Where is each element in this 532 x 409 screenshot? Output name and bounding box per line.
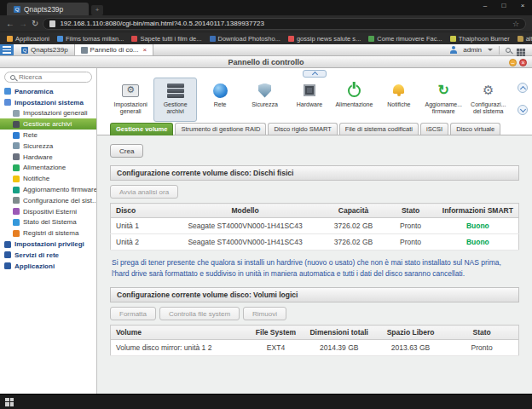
ribbon-item-gestione-archivi[interactable]: Gestione archivi [153, 78, 196, 122]
model-cell: Seagate ST4000VN000-1H41SC43 [168, 234, 323, 251]
security-shield-icon [258, 84, 271, 98]
filesystem-cell: EXT4 [249, 340, 302, 356]
user-menu-chevron-icon[interactable] [488, 49, 493, 51]
sidebar-item-impostazioni-generali[interactable]: Impostazioni generali [0, 108, 96, 119]
tab-file-codificati[interactable]: File di sistema codificati [339, 123, 419, 135]
sidebar-item-rete[interactable]: Rete [0, 130, 96, 141]
bookmark-favicon [210, 36, 216, 42]
backup-restore-icon [13, 197, 20, 204]
app-grid-icon[interactable] [517, 49, 519, 51]
ribbon-item-rete[interactable]: Rete [199, 78, 241, 122]
table-row[interactable]: Volume disco mirror: unità 1 2 EXT4 2014… [111, 340, 519, 356]
ribbon-item-configurazione-sistema[interactable]: ⚙ Configurazi... del sistema [467, 78, 510, 122]
scroll-down-button[interactable] [518, 105, 528, 115]
notification-bell-icon [393, 84, 404, 94]
sidebar-item-aggiornamento-firmware[interactable]: Aggiornamento firmware [0, 184, 96, 195]
ribbon-item-hardware[interactable]: Hardware [288, 78, 331, 122]
browser-tab[interactable]: Q Qnapts239p [7, 3, 89, 15]
sidebar-item-servizi-rete[interactable]: Servizi di rete [0, 250, 96, 261]
ribbon-item-aggiornamento-firmware[interactable]: ↻ Aggiorname... firmware [422, 78, 465, 122]
bookmark-star-icon[interactable]: ☆ [512, 20, 519, 28]
other-bookmarks-folder[interactable]: altri Preferiti [518, 35, 532, 43]
storage-manager-icon [167, 84, 184, 98]
forward-icon[interactable]: → [19, 20, 27, 28]
column-header: Disco [111, 204, 168, 218]
sidebar-search[interactable] [4, 72, 92, 83]
sidebar-item-impostazioni-privilegi[interactable]: Impostazioni privilegi [0, 239, 96, 250]
site-favicon: Q [14, 6, 20, 13]
bookmark-item[interactable]: Come rimuovere Fac... [368, 35, 442, 43]
tab-close-icon[interactable]: × [143, 46, 147, 54]
volume-cell: Volume disco mirror: unità 1 2 [111, 340, 250, 356]
header-actions: admin [449, 46, 532, 55]
scan-now-button[interactable]: Avvia analisi ora [110, 185, 178, 199]
collapse-ribbon-button[interactable] [303, 70, 327, 78]
column-header: Informazioni SMART [437, 204, 519, 218]
table-row[interactable]: Unità 2 Seagate ST4000VN000-1H41SC43 372… [111, 234, 519, 251]
section-tabs: Gestione volume Strumento di gestione RA… [97, 122, 532, 135]
ribbon-item-impostazioni-generali[interactable]: ⚙ Impostazioni generali [109, 78, 152, 122]
general-settings-icon [13, 110, 20, 117]
remove-button[interactable]: Rimuovi [243, 307, 286, 320]
sidebar-item-panoramica[interactable]: Panoramica [0, 86, 96, 97]
privilege-settings-icon [4, 241, 11, 248]
bookmark-item[interactable]: gossip news salute s... [288, 35, 361, 43]
bookmark-item[interactable]: Thaiphoon Burner [450, 35, 510, 43]
browser-tab-bar: Q Qnapts239p + – □ × [0, 0, 532, 15]
scroll-up-button[interactable] [518, 83, 528, 93]
create-button[interactable]: Crea [110, 144, 143, 158]
check-filesystem-button[interactable]: Controlla file system [159, 307, 240, 320]
window-minimize-icon[interactable]: – [476, 0, 494, 12]
sidebar-item-applicazioni[interactable]: Applicazioni [0, 261, 96, 272]
ribbon-item-alimentazione[interactable]: Alimentazione [332, 78, 375, 122]
bookmark-item[interactable]: Films tomas milian... [57, 35, 124, 43]
security-icon [13, 142, 20, 149]
sidebar-item-registri-sistema[interactable]: Registri di sistema [0, 228, 96, 239]
sidebar-item-impostazioni-sistema[interactable]: Impostazioni sistema [0, 97, 96, 108]
sidebar-item-stato-sistema[interactable]: Stato del Sistema [0, 217, 96, 228]
refresh-icon[interactable]: ↻ [32, 20, 38, 28]
sidebar-item-alimentazione[interactable]: Alimentazione [0, 163, 96, 174]
table-row[interactable]: Unità 1 Seagate ST4000VN000-1H41SC43 372… [111, 218, 519, 234]
nas-desktop-tab[interactable]: Q Qnapts239p [15, 44, 74, 55]
control-panel-tab[interactable]: Pannello di co... × [74, 44, 154, 55]
bookmark-item[interactable]: Download Photosho... [210, 35, 280, 43]
ribbon-item-sicurezza[interactable]: Sicurezza [243, 78, 286, 122]
qnap-logo-icon: Q [21, 47, 28, 54]
sidebar-item-notifiche[interactable]: Notifiche [0, 173, 96, 184]
bookmark-item[interactable]: Sapete tutti i film de... [131, 35, 201, 43]
chevron-down-icon [519, 106, 525, 112]
sidebar-item-sicurezza[interactable]: Sicurezza [0, 141, 96, 152]
sidebar-item-gestione-archivi[interactable]: Gestione archivi [0, 118, 96, 130]
tab-gestione-volume[interactable]: Gestione volume [110, 123, 173, 135]
system-settings-icon [4, 99, 11, 106]
window-maximize-icon[interactable]: □ [494, 0, 513, 12]
user-name: admin [463, 46, 482, 54]
sidebar-item-hardware[interactable]: Hardware [0, 152, 96, 163]
network-services-icon [4, 251, 11, 258]
window-close-icon[interactable]: × [513, 0, 532, 12]
sidebar-item-dispositivi-esterni[interactable]: Dispositivi Esterni [0, 206, 96, 217]
new-tab-button[interactable]: + [91, 5, 103, 15]
ribbon-item-notifiche[interactable]: Notifiche [378, 78, 420, 122]
search-icon [10, 75, 15, 80]
panel-close-icon[interactable]: × [519, 59, 527, 66]
power-icon [348, 84, 361, 97]
network-icon [13, 132, 20, 139]
network-icon [213, 84, 228, 98]
search-input[interactable] [19, 73, 78, 81]
start-button[interactable] [5, 398, 14, 406]
tab-disco-virtuale[interactable]: Disco virtuale [450, 123, 500, 135]
sidebar-item-configurazione-sistema[interactable]: Configurazione del sist... [0, 195, 96, 206]
format-button[interactable]: Formatta [110, 307, 156, 320]
tab-gestione-raid[interactable]: Strumento di gestione RAID [175, 123, 266, 135]
tab-iscsi[interactable]: iSCSI [420, 123, 448, 135]
main-menu-icon[interactable] [0, 44, 14, 55]
panel-minimize-icon[interactable]: – [509, 59, 517, 66]
search-icon[interactable] [506, 48, 511, 53]
back-icon[interactable]: ← [6, 20, 14, 28]
bookmark-favicon [7, 36, 13, 42]
bookmark-item[interactable]: Applicazioni [7, 35, 49, 43]
tab-disco-smart[interactable]: Disco rigido SMART [268, 123, 337, 135]
url-field[interactable]: 192.168.1.110:8080/cgi-bin/main.html?4.0… [43, 18, 526, 30]
